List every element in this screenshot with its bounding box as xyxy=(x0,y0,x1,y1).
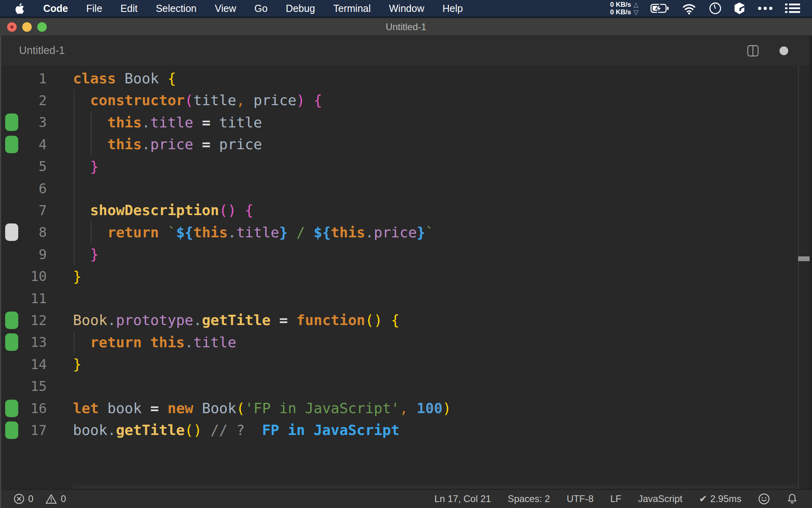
code-text: return `${this.title} / ${this.price}` xyxy=(73,221,434,243)
code-token: . xyxy=(142,114,150,131)
code-line[interactable]: 16let book = new Book('FP in JavaScript'… xyxy=(0,397,812,419)
eol-sequence[interactable]: LF xyxy=(610,493,621,504)
window-title: Untitled-1 xyxy=(0,18,812,36)
line-number[interactable]: 4 xyxy=(21,137,47,152)
code-text: this.price = price xyxy=(73,133,262,155)
indentation-setting[interactable]: Spaces: 2 xyxy=(508,493,550,504)
line-number[interactable]: 15 xyxy=(21,378,47,394)
code-token: this xyxy=(150,334,185,350)
notifications-bell-icon[interactable] xyxy=(787,493,798,505)
line-number[interactable]: 2 xyxy=(21,92,47,108)
code-line[interactable]: 13 return this.title xyxy=(0,331,812,353)
unsaved-changes-dot[interactable] xyxy=(779,46,788,55)
code-token xyxy=(408,400,417,416)
code-line[interactable]: 2 constructor(title, price) { xyxy=(0,89,812,111)
menu-item-edit[interactable]: Edit xyxy=(111,3,147,14)
feedback-smiley-icon[interactable] xyxy=(758,493,770,505)
code-token: getTitle xyxy=(116,422,184,438)
code-token xyxy=(73,136,107,152)
scrollbar-track[interactable] xyxy=(798,65,799,489)
code-token xyxy=(193,400,202,416)
errors-count[interactable]: 0 xyxy=(28,493,33,504)
menu-item-terminal[interactable]: Terminal xyxy=(324,3,380,14)
code-line[interactable]: 3 this.title = title xyxy=(0,112,812,133)
apple-menu-icon[interactable] xyxy=(15,3,25,14)
code-token xyxy=(73,158,90,175)
line-number[interactable]: 8 xyxy=(21,224,47,240)
code-lines: 1class Book {2 constructor(title, price)… xyxy=(0,67,812,441)
menu-item-file[interactable]: File xyxy=(77,3,111,14)
line-number[interactable]: 16 xyxy=(21,400,47,416)
line-number[interactable]: 5 xyxy=(21,158,47,174)
line-number[interactable]: 1 xyxy=(21,71,47,87)
code-token: . xyxy=(107,312,116,328)
encoding[interactable]: UTF-8 xyxy=(567,493,594,504)
perf-time: 2.95ms xyxy=(710,493,741,504)
errors-icon[interactable] xyxy=(13,493,25,504)
code-line[interactable]: 8 return `${this.title} / ${this.price}` xyxy=(0,221,812,243)
menu-item-window[interactable]: Window xyxy=(380,3,433,14)
code-token: () xyxy=(219,202,236,218)
code-line[interactable]: 4 this.price = price xyxy=(0,133,812,155)
app-cube-icon[interactable] xyxy=(733,2,745,15)
code-line[interactable]: 10} xyxy=(0,266,812,287)
split-editor-icon[interactable] xyxy=(747,45,759,57)
code-token: book xyxy=(73,422,107,438)
perf-indicator[interactable]: ✔ 2.95ms xyxy=(699,493,741,504)
warnings-count[interactable]: 0 xyxy=(61,493,66,504)
line-number[interactable]: 7 xyxy=(21,202,47,218)
network-speed-indicator[interactable]: 0 KB/s△ 0 KB/s▽ xyxy=(610,1,638,16)
menu-item-code[interactable]: Code xyxy=(34,3,77,14)
code-line[interactable]: 14} xyxy=(0,353,812,375)
code-token: showDescription xyxy=(90,202,219,218)
tab-untitled-1[interactable]: Untitled-1 xyxy=(19,44,65,57)
code-token: class xyxy=(73,70,116,87)
git-added-indicator[interactable] xyxy=(5,333,18,351)
code-line[interactable]: 17book.getTitle() // ? FP in JavaScript xyxy=(0,419,812,441)
line-number[interactable]: 17 xyxy=(21,422,47,438)
code-line[interactable]: 9 } xyxy=(0,243,812,265)
menu-item-go[interactable]: Go xyxy=(245,3,277,14)
code-line[interactable]: 1class Book { xyxy=(0,67,812,89)
wifi-icon[interactable] xyxy=(681,2,697,15)
git-added-indicator[interactable] xyxy=(5,400,18,417)
menu-item-view[interactable]: View xyxy=(206,3,245,14)
line-number[interactable]: 9 xyxy=(21,246,47,262)
warnings-icon[interactable] xyxy=(45,493,57,504)
clock-icon[interactable] xyxy=(709,2,722,15)
window-left-edge xyxy=(0,36,1,508)
code-line[interactable]: 15 xyxy=(0,375,812,397)
line-number[interactable]: 13 xyxy=(21,334,47,350)
list-menu-icon[interactable] xyxy=(785,3,800,14)
code-token xyxy=(245,422,262,438)
git-added-indicator[interactable] xyxy=(5,312,18,329)
language-mode[interactable]: JavaScript xyxy=(638,493,682,504)
code-token: { xyxy=(167,70,176,87)
git-added-indicator[interactable] xyxy=(5,421,18,439)
code-token: 'FP in JavaScript' xyxy=(245,400,400,416)
line-number[interactable]: 6 xyxy=(21,181,47,196)
line-number[interactable]: 3 xyxy=(21,114,47,130)
code-token xyxy=(73,92,90,108)
line-number[interactable]: 11 xyxy=(21,291,47,306)
code-line[interactable]: 6 xyxy=(0,177,812,199)
menu-item-help[interactable]: Help xyxy=(433,3,472,14)
code-token xyxy=(236,202,245,218)
code-line[interactable]: 12Book.prototype.getTitle = function() { xyxy=(0,309,812,331)
line-number[interactable]: 14 xyxy=(21,356,47,372)
more-dots-icon[interactable] xyxy=(757,6,773,11)
git-added-indicator[interactable] xyxy=(5,114,18,131)
code-token: . xyxy=(193,312,202,328)
git-added-indicator[interactable] xyxy=(5,136,18,153)
line-number[interactable]: 12 xyxy=(21,312,47,328)
cursor-position[interactable]: Ln 17, Col 21 xyxy=(435,493,491,504)
battery-charging-icon[interactable] xyxy=(650,3,669,14)
menu-item-debug[interactable]: Debug xyxy=(277,3,324,14)
git-modified-indicator[interactable] xyxy=(5,223,18,241)
code-line[interactable]: 11 xyxy=(0,287,812,309)
code-line[interactable]: 5 } xyxy=(0,156,812,177)
menu-item-selection[interactable]: Selection xyxy=(147,3,206,14)
code-text: book.getTitle() // ? FP in JavaScript xyxy=(73,419,400,441)
code-line[interactable]: 7 showDescription() { xyxy=(0,199,812,221)
line-number[interactable]: 10 xyxy=(21,268,47,284)
